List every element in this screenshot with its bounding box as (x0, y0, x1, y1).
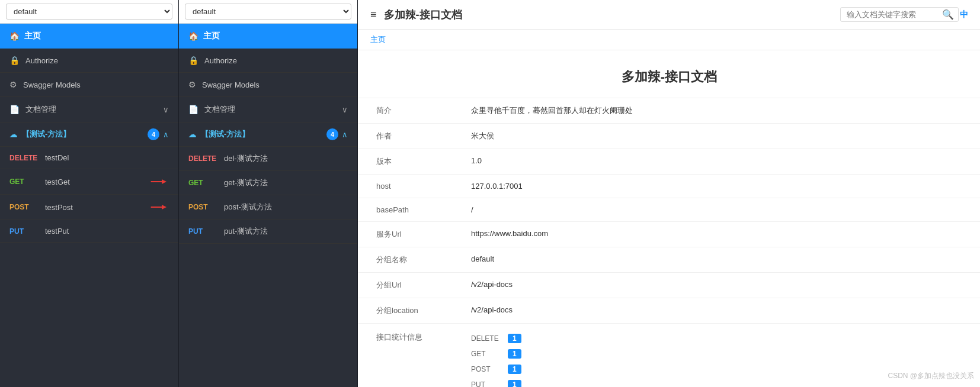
search-container: 🔍 (840, 7, 954, 22)
panel2-endpoint-get[interactable]: GET get-测试方法 (179, 171, 357, 195)
panel2-authorize-label: Authorize (204, 56, 237, 65)
post-method: POST (9, 203, 38, 211)
table-row: 分组Url /v2/api-docs (358, 273, 980, 298)
svg-marker-1 (162, 179, 166, 184)
panel2-section[interactable]: ☁ 【测试-方法】 4 ∧ (179, 122, 357, 147)
panel2-doc-mgmt[interactable]: 📄 文档管理 ∨ (179, 97, 357, 122)
table-row: 分组名称 default (358, 247, 980, 273)
stat-row-delete: DELETE 1 (471, 331, 962, 346)
panel1-doc-label: 文档管理 (25, 104, 56, 115)
delete-method: DELETE (9, 154, 38, 162)
left-panels: default 🏠 主页 🔒 Authorize ⚙ Swagger Model… (0, 0, 358, 387)
search-input[interactable] (840, 7, 959, 22)
info-key: basePath (358, 198, 453, 222)
panel1-section[interactable]: ☁ 【测试-方法】 4 ∧ (0, 122, 178, 147)
table-row: 作者 米大侯 (358, 124, 980, 149)
stat-get-label: GET (471, 350, 501, 358)
gear-icon2: ⚙ (188, 80, 196, 89)
panel1-endpoint-get[interactable]: GET testGet (0, 169, 178, 195)
panel2-authorize[interactable]: 🔒 Authorize (179, 49, 357, 73)
panel-left: default 🏠 主页 🔒 Authorize ⚙ Swagger Model… (0, 0, 179, 387)
panel2-swagger-label: Swagger Models (202, 80, 260, 89)
panel2-home[interactable]: 🏠 主页 (179, 24, 357, 49)
panel1-home[interactable]: 🏠 主页 (0, 24, 178, 49)
table-row: 版本 1.0 (358, 149, 980, 175)
info-key: 作者 (358, 124, 453, 149)
info-value: 众里寻他千百度，蓦然回首那人却在灯火阑珊处 (453, 98, 980, 124)
post-method2: POST (188, 203, 217, 211)
panel1-endpoint-post[interactable]: POST testPost (0, 195, 178, 220)
stat-get-count: 1 (508, 349, 521, 359)
cloud-icon: ☁ (9, 130, 17, 139)
panel2-endpoint-delete[interactable]: DELETE del-测试方法 (179, 147, 357, 171)
stat-post-label: POST (471, 365, 501, 373)
panel2-dropdown[interactable]: default (185, 4, 351, 20)
right-header: ≡ 多加辣-接口文档 🔍 中 (358, 0, 980, 30)
panel1-section-label: 【测试-方法】 (22, 129, 71, 140)
lock-icon: 🔒 (9, 56, 20, 65)
info-value: 米大侯 (453, 124, 980, 149)
panel1-swagger-models[interactable]: ⚙ Swagger Models (0, 73, 178, 97)
panel2-section-right: 4 ∧ (326, 128, 348, 140)
panel1-swagger-label: Swagger Models (23, 80, 81, 89)
stats-key: 接口统计信息 (358, 324, 453, 388)
menu-icon[interactable]: ≡ (370, 8, 377, 21)
panel1-home-label: 主页 (24, 31, 41, 41)
chevron-down-icon2: ∨ (342, 105, 348, 114)
stat-row-get: GET 1 (471, 346, 962, 362)
panel2-doc-label: 文档管理 (204, 104, 235, 115)
panel2-endpoint-post-name: post-测试方法 (224, 202, 272, 212)
arrow-right-icon2 (150, 201, 169, 213)
get-method: GET (9, 178, 38, 186)
stat-put-count: 1 (508, 380, 521, 387)
panel1-endpoint-post-name: testPost (45, 203, 73, 212)
panel2-swagger-models[interactable]: ⚙ Swagger Models (179, 73, 357, 97)
right-panel-title: 多加辣-接口文档 (384, 8, 462, 22)
info-key: 分组Url (358, 273, 453, 298)
panel1-section-right: 4 ∧ (148, 128, 169, 140)
info-table: 简介 众里寻他千百度，蓦然回首那人却在灯火阑珊处 作者 米大侯 版本 1.0 h… (358, 98, 980, 387)
delete-method2: DELETE (188, 154, 217, 163)
breadcrumb-home[interactable]: 主页 (370, 35, 386, 44)
panel2-endpoint-post[interactable]: POST post-测试方法 (179, 195, 357, 220)
table-row: 分组location /v2/api-docs (358, 298, 980, 324)
panel2-section-label: 【测试-方法】 (201, 129, 249, 140)
info-value: 127.0.0.1:7001 (453, 175, 980, 198)
cloud-icon2: ☁ (188, 130, 196, 139)
panel2-home-label: 主页 (203, 31, 220, 41)
info-value: https://www.baidu.com (453, 222, 980, 247)
panel2-section-left: ☁ 【测试-方法】 (188, 129, 249, 140)
right-content: 多加辣-接口文档 简介 众里寻他千百度，蓦然回首那人却在灯火阑珊处 作者 米大侯… (358, 50, 980, 387)
panel2-endpoint-delete-name: del-测试方法 (224, 153, 268, 164)
chevron-down-icon: ∨ (163, 105, 169, 114)
content-title: 多加辣-接口文档 (358, 50, 980, 98)
lang-button[interactable]: 中 (960, 9, 968, 20)
info-value: /v2/api-docs (453, 298, 980, 324)
panel1-endpoint-delete[interactable]: DELETE testDel (0, 147, 178, 169)
table-row: host 127.0.0.1:7001 (358, 175, 980, 198)
search-button[interactable]: 🔍 (942, 9, 954, 20)
table-row-stats: 接口统计信息 DELETE 1 GET 1 POST 1 (358, 324, 980, 388)
panel1-endpoint-put[interactable]: PUT testPut (0, 220, 178, 243)
stat-delete-label: DELETE (471, 334, 501, 343)
info-key: host (358, 175, 453, 198)
panel1-authorize[interactable]: 🔒 Authorize (0, 49, 178, 73)
right-header-right: 🔍 中 (840, 7, 968, 22)
panel1-endpoint-get-name: testGet (45, 178, 70, 186)
stat-post-count: 1 (508, 365, 521, 374)
panel2-endpoint-put[interactable]: PUT put-测试方法 (179, 220, 357, 244)
panel1-dropdown[interactable]: default (6, 4, 172, 20)
info-key: 服务Url (358, 222, 453, 247)
gear-icon: ⚙ (9, 80, 17, 89)
info-value: default (453, 247, 980, 273)
arrow-right-icon (150, 176, 169, 188)
info-value: 1.0 (453, 149, 980, 175)
panel1-authorize-label: Authorize (25, 56, 58, 65)
panel1-doc-mgmt[interactable]: 📄 文档管理 ∨ (0, 97, 178, 122)
svg-marker-3 (162, 205, 166, 209)
panel1-badge: 4 (148, 128, 159, 140)
chevron-up-icon: ∧ (163, 130, 169, 139)
watermark: CSDN @多加点辣也没关系 (888, 371, 974, 381)
info-value: /v2/api-docs (453, 273, 980, 298)
panel1-endpoint-put-name: testPut (45, 227, 69, 236)
